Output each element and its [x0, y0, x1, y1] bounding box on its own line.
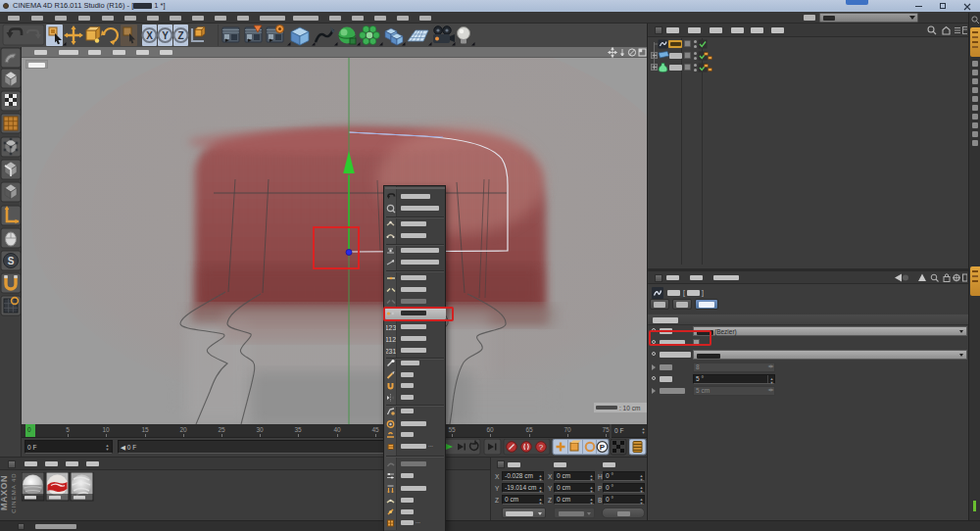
svg-text:Y: Y: [162, 30, 169, 41]
svg-text:Z: Z: [177, 30, 183, 41]
svg-text:123: 123: [386, 324, 396, 331]
svg-text:231: 231: [386, 348, 396, 355]
svg-text:S: S: [8, 256, 15, 266]
svg-text:X: X: [146, 30, 153, 41]
svg-text:P: P: [600, 443, 606, 452]
svg-text:?: ?: [539, 443, 544, 452]
svg-text:112: 112: [386, 336, 396, 343]
